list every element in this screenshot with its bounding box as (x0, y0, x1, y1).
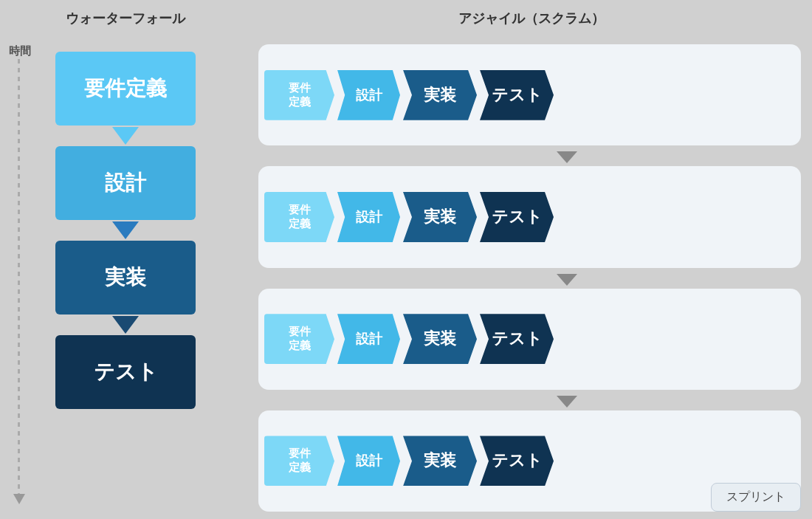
sprint1-step-impl: 実装 (403, 70, 477, 120)
sprint4-step-design: 設計 (337, 436, 400, 486)
time-line (18, 59, 20, 497)
wf-step-req: 要件定義 (55, 52, 196, 126)
sprint1-step-req: 要件定義 (264, 70, 334, 120)
between-arrow-3 (258, 396, 801, 405)
wf-step-impl: 実装 (55, 241, 196, 315)
time-arrow-icon (13, 494, 25, 504)
sprint-row-2: 要件定義 設計 実装 テスト (258, 166, 801, 267)
main-content: 時間 要件定義 設計 実装 (0, 37, 812, 519)
sprint4-step-impl: 実装 (403, 436, 477, 486)
between-arrow-1 (258, 151, 801, 160)
header-row: ウォーターフォール アジャイル（スクラム） (0, 0, 812, 37)
wf-step-design: 設計 (55, 146, 196, 220)
wf-step-test: テスト (55, 335, 196, 409)
sprint4-step-test: テスト (480, 436, 554, 486)
sprint3-step-impl: 実装 (403, 314, 477, 364)
main-container: ウォーターフォール アジャイル（スクラム） 時間 要件定義 設計 (0, 0, 812, 519)
sprint3-step-req: 要件定義 (264, 314, 334, 364)
wf-arrow-3 (112, 316, 139, 334)
sprint-row-1: 要件定義 設計 実装 テスト (258, 44, 801, 145)
down-arrow-1 (557, 151, 577, 163)
agile-header: アジャイル（スクラム） (251, 0, 812, 37)
wf-arrow-1 (112, 127, 139, 145)
sprint-row-3: 要件定義 設計 実装 テスト (258, 289, 801, 390)
sprint2-step-test: テスト (480, 192, 554, 242)
agile-panel: 要件定義 設計 実装 テスト 要件定義 (251, 37, 812, 519)
sprint1-step-test: テスト (480, 70, 554, 120)
sprint3-step-design: 設計 (337, 314, 400, 364)
down-arrow-2 (557, 274, 577, 286)
sprint-label: スプリント (711, 483, 801, 512)
sprint4-step-req: 要件定義 (264, 436, 334, 486)
wf-arrow-2 (112, 221, 139, 239)
waterfall-steps: 要件定義 設計 実装 テスト (52, 52, 199, 409)
sprint2-step-design: 設計 (337, 192, 400, 242)
down-arrow-3 (557, 396, 577, 408)
sprint2-step-impl: 実装 (403, 192, 477, 242)
waterfall-header: ウォーターフォール (0, 0, 251, 37)
sprint2-step-req: 要件定義 (264, 192, 334, 242)
between-arrow-2 (258, 274, 801, 283)
sprint1-step-design: 設計 (337, 70, 400, 120)
time-label: 時間 (9, 44, 31, 58)
waterfall-panel: 時間 要件定義 設計 実装 (0, 37, 251, 519)
sprint3-step-test: テスト (480, 314, 554, 364)
